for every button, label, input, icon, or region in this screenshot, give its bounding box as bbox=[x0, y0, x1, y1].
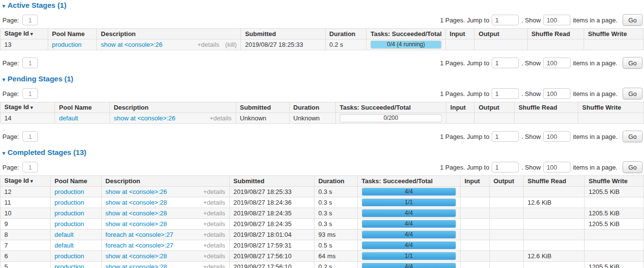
pool-name-link[interactable]: production bbox=[55, 188, 84, 195]
jump-to-page-input[interactable] bbox=[492, 131, 519, 142]
pool-cell: default bbox=[51, 240, 101, 251]
go-button[interactable]: Go bbox=[623, 57, 643, 69]
description-link[interactable]: show at <console>:26 bbox=[106, 189, 167, 195]
pool-name-link[interactable]: production bbox=[55, 210, 84, 217]
column-header-duration[interactable]: Duration bbox=[289, 102, 335, 113]
details-link[interactable]: +details bbox=[203, 199, 225, 206]
page-number-input[interactable] bbox=[22, 57, 38, 68]
pool-name-link[interactable]: production bbox=[52, 41, 82, 48]
stage-id-cell: 10 bbox=[0, 208, 51, 219]
column-header-submitted[interactable]: Submitted bbox=[229, 176, 314, 187]
pool-name-link[interactable]: production bbox=[55, 252, 84, 260]
pool-name-link[interactable]: default bbox=[55, 242, 74, 249]
column-header-submitted[interactable]: Submitted bbox=[236, 102, 289, 113]
jump-to-page-input[interactable] bbox=[492, 162, 519, 172]
description-link[interactable]: show at <console>:28 bbox=[106, 210, 167, 216]
stage-id-cell: 12 bbox=[0, 187, 51, 197]
page-controls: 1 Pages. Jump to. Showitems in a page.Go bbox=[440, 57, 643, 69]
pool-name-link[interactable]: production bbox=[55, 199, 84, 206]
column-header-description[interactable]: Description bbox=[110, 102, 236, 113]
details-link[interactable]: +details bbox=[203, 231, 225, 238]
description-link[interactable]: show at <console>:26 bbox=[101, 41, 162, 48]
description-cell: show at <console>:28+details bbox=[101, 219, 229, 230]
pool-name-link[interactable]: default bbox=[59, 115, 78, 122]
page-size-input[interactable] bbox=[543, 15, 570, 25]
section-header-completed[interactable]: ▾Completed Stages (13) bbox=[2, 148, 644, 157]
description-link[interactable]: foreach at <console>:27 bbox=[106, 231, 174, 238]
jump-to-page-input[interactable] bbox=[492, 88, 519, 99]
go-button[interactable]: Go bbox=[623, 88, 643, 99]
details-link[interactable]: +details bbox=[203, 210, 225, 216]
column-header-shuffle-read[interactable]: Shuffle Read bbox=[527, 29, 584, 39]
column-header-input[interactable]: Input bbox=[460, 176, 489, 187]
pages-count-label: 1 Pages. Jump to bbox=[440, 17, 489, 24]
details-link[interactable]: +details bbox=[203, 264, 225, 268]
column-header-tasks-succeeded-total[interactable]: Tasks: Succeeded/Total bbox=[357, 176, 460, 187]
section-header-active[interactable]: ▾Active Stages (1) bbox=[2, 1, 644, 10]
shuffle-read-cell bbox=[527, 39, 584, 50]
column-header-duration[interactable]: Duration bbox=[325, 29, 367, 39]
shuffle-write-cell bbox=[584, 39, 644, 50]
details-link[interactable]: +details bbox=[203, 189, 225, 195]
section-header-pending[interactable]: ▾Pending Stages (1) bbox=[2, 75, 644, 84]
column-header-shuffle-write[interactable]: Shuffle Write bbox=[585, 176, 644, 187]
go-button[interactable]: Go bbox=[623, 161, 643, 173]
column-header-submitted[interactable]: Submitted bbox=[241, 29, 325, 39]
column-header-shuffle-write[interactable]: Shuffle Write bbox=[578, 102, 644, 113]
description-link[interactable]: foreach at <console>:27 bbox=[106, 242, 174, 249]
column-header-input[interactable]: Input bbox=[446, 102, 475, 113]
input-cell bbox=[460, 251, 489, 262]
details-link[interactable]: +details bbox=[197, 41, 219, 48]
items-per-page-label: items in a page. bbox=[573, 59, 618, 67]
column-header-pool-name[interactable]: Pool Name bbox=[48, 29, 96, 39]
column-header-stage-id[interactable]: Stage Id▾ bbox=[0, 102, 55, 113]
details-link[interactable]: +details bbox=[203, 242, 225, 249]
column-header-shuffle-read[interactable]: Shuffle Read bbox=[523, 176, 585, 187]
go-button[interactable]: Go bbox=[623, 14, 643, 26]
pool-name-link[interactable]: default bbox=[55, 231, 74, 238]
submitted-cell: 2019/08/27 17:59:31 bbox=[229, 240, 314, 251]
column-header-pool-name[interactable]: Pool Name bbox=[55, 102, 110, 113]
page-number-input[interactable] bbox=[22, 131, 38, 142]
pool-name-link[interactable]: production bbox=[55, 220, 84, 228]
column-header-description[interactable]: Description bbox=[101, 176, 229, 187]
details-link[interactable]: +details bbox=[203, 221, 225, 227]
jump-to-page-input[interactable] bbox=[492, 15, 519, 25]
stage-id-cell: 5 bbox=[0, 262, 51, 268]
page-size-input[interactable] bbox=[543, 88, 570, 99]
column-header-shuffle-read[interactable]: Shuffle Read bbox=[515, 102, 578, 113]
page-size-input[interactable] bbox=[543, 57, 570, 68]
column-header-description[interactable]: Description bbox=[97, 29, 241, 39]
details-link[interactable]: +details bbox=[203, 253, 225, 259]
description-link[interactable]: show at <console>:28 bbox=[106, 199, 167, 206]
column-header-duration[interactable]: Duration bbox=[314, 176, 358, 187]
column-header-tasks-succeeded-total[interactable]: Tasks: Succeeded/Total bbox=[335, 102, 446, 113]
kill-link[interactable]: (kill) bbox=[225, 41, 237, 48]
description-link[interactable]: show at <console>:28 bbox=[106, 264, 167, 268]
pool-name-link[interactable]: production bbox=[55, 263, 84, 268]
description-link[interactable]: show at <console>:28 bbox=[106, 253, 167, 259]
column-header-shuffle-write[interactable]: Shuffle Write bbox=[584, 29, 644, 39]
details-link[interactable]: +details bbox=[210, 115, 232, 121]
column-header-output[interactable]: Output bbox=[475, 29, 527, 39]
go-button[interactable]: Go bbox=[623, 131, 643, 142]
column-header-tasks-succeeded-total[interactable]: Tasks: Succeeded/Total bbox=[367, 29, 446, 39]
output-cell bbox=[489, 219, 523, 230]
column-header-input[interactable]: Input bbox=[445, 29, 474, 39]
jump-to-page-input[interactable] bbox=[492, 57, 519, 68]
page-number-input[interactable] bbox=[22, 88, 38, 99]
column-header-pool-name[interactable]: Pool Name bbox=[51, 176, 101, 187]
page-size-input[interactable] bbox=[543, 162, 570, 172]
page-size-input[interactable] bbox=[543, 131, 570, 142]
page-number-input[interactable] bbox=[22, 162, 38, 172]
shuffle-write-cell bbox=[585, 240, 644, 251]
column-header-stage-id[interactable]: Stage Id▾ bbox=[0, 29, 48, 39]
column-header-output[interactable]: Output bbox=[489, 176, 523, 187]
description-cell: foreach at <console>:27+details bbox=[101, 240, 229, 251]
page-number-input[interactable] bbox=[22, 15, 38, 25]
description-link[interactable]: show at <console>:28 bbox=[106, 221, 167, 227]
description-link[interactable]: show at <console>:26 bbox=[114, 115, 175, 121]
pool-cell: production bbox=[51, 197, 101, 208]
column-header-output[interactable]: Output bbox=[475, 102, 515, 113]
column-header-stage-id[interactable]: Stage Id▾ bbox=[0, 176, 51, 187]
